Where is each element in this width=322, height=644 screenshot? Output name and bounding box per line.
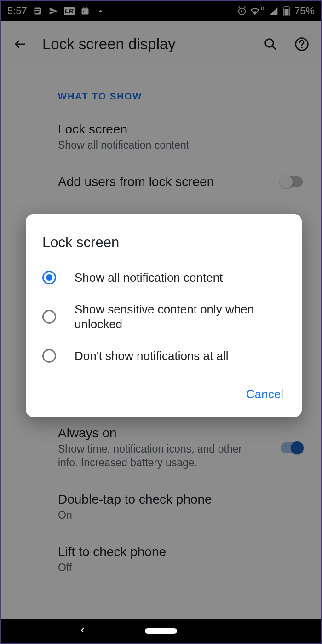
radio-icon	[42, 310, 56, 324]
option-label: Show sensitive content only when unlocke…	[75, 302, 285, 332]
nav-home-pill[interactable]	[145, 628, 177, 634]
option-dont-show[interactable]: Don't show notifications at all	[26, 340, 302, 372]
option-sensitive-only[interactable]: Show sensitive content only when unlocke…	[26, 294, 302, 340]
option-show-all[interactable]: Show all notification content	[26, 262, 302, 294]
option-label: Show all notification content	[75, 270, 223, 285]
nav-back-button[interactable]	[79, 627, 86, 636]
radio-icon	[42, 271, 56, 284]
cancel-button[interactable]: Cancel	[244, 383, 285, 406]
dialog-title: Lock screen	[26, 231, 302, 262]
dialog-lock-screen: Lock screen Show all notification conten…	[26, 214, 302, 417]
option-label: Don't show notifications at all	[75, 348, 228, 364]
radio-icon	[42, 349, 56, 363]
navigation-bar	[1, 619, 321, 643]
